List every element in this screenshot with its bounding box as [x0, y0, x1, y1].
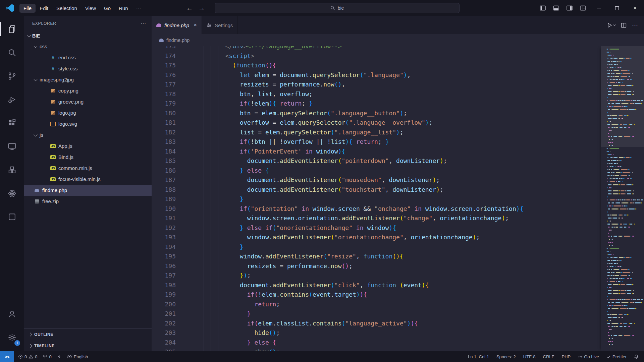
tree-item[interactable]: common.min.js	[24, 163, 152, 174]
tree-item[interactable]: logo.svg	[24, 118, 152, 129]
back-arrow-icon[interactable]: ←	[186, 4, 193, 12]
code-line[interactable]: 202 if(elem.classList.contains("language…	[152, 319, 644, 328]
accounts-icon[interactable]	[0, 302, 24, 326]
code-line[interactable]: 187 document.addEventListener("mousedown…	[152, 175, 644, 185]
encoding[interactable]: UTF-8	[523, 354, 536, 359]
forward-arrow-icon[interactable]: →	[198, 4, 205, 12]
code-line[interactable]: 198 document.addEventListener("click", f…	[152, 281, 644, 290]
code-line[interactable]: 184 if('PointerEvent' in window){	[152, 147, 644, 157]
menu-run[interactable]: Run	[115, 4, 132, 13]
cursor-position[interactable]: Ln 1, Col 1	[468, 354, 489, 359]
remote-explorer-icon[interactable]	[0, 135, 24, 158]
tree-item[interactable]: end.css	[24, 52, 152, 63]
tree-item[interactable]: js	[24, 129, 152, 140]
remote-indicator[interactable]: ><	[0, 351, 14, 362]
source-control-icon[interactable]	[0, 64, 24, 88]
prettier-status[interactable]: Prettier	[606, 354, 627, 359]
tree-item[interactable]: imagespng2jpg	[24, 74, 152, 85]
code-line[interactable]: 204 } else {	[152, 338, 644, 348]
code-line[interactable]: 205 show();	[152, 347, 644, 351]
tree-item[interactable]: logo.jpg	[24, 107, 152, 118]
search-sidebar-icon[interactable]	[0, 41, 24, 64]
toggle-sidebar-icon[interactable]	[536, 0, 549, 16]
menu-file[interactable]: File	[19, 4, 36, 13]
menu-more-icon[interactable]: ⋯	[132, 3, 145, 13]
code-line[interactable]: 194 }	[152, 242, 644, 252]
tree-item[interactable]: style.css	[24, 63, 152, 74]
code-line[interactable]: 182 list = elem.querySelector(".language…	[152, 128, 644, 137]
toggle-secondary-sidebar-icon[interactable]	[563, 0, 576, 16]
tree-item[interactable]: findme.php	[24, 185, 152, 196]
close-button[interactable]: ×	[626, 0, 644, 16]
code-line[interactable]: 195 window.addEventListener("resize", fu…	[152, 252, 644, 261]
tree-item[interactable]: Bind.js	[24, 152, 152, 163]
editor-more-actions-icon[interactable]: ⋯	[632, 21, 638, 29]
indentation[interactable]: Spaces: 2	[496, 354, 516, 359]
code-line[interactable]: 191 window.screen.orientation.addEventLi…	[152, 214, 644, 223]
maximize-button[interactable]	[608, 0, 626, 16]
tab-settings[interactable]: Settings	[202, 16, 238, 34]
breadcrumb[interactable]: findme.php	[152, 34, 644, 46]
code-line[interactable]: 190 if("orientation" in window.screen &&…	[152, 204, 644, 214]
code-line[interactable]: 199 if(!elem.contains(event.target)){	[152, 290, 644, 300]
menu-edit[interactable]: Edit	[36, 4, 52, 13]
code-line[interactable]: 174 <script>	[152, 51, 644, 61]
code-line[interactable]: 203 hide();	[152, 328, 644, 338]
code-line[interactable]: 180 btn = elem.querySelector(".language_…	[152, 109, 644, 118]
workspace-root-row[interactable]: BIE	[24, 31, 152, 41]
run-file-button[interactable]	[607, 22, 615, 28]
eol-sequence[interactable]: CRLF	[543, 354, 554, 359]
lightning-status[interactable]	[57, 355, 61, 359]
code-line[interactable]: 200 return;	[152, 300, 644, 309]
code-line[interactable]: 197 });	[152, 271, 644, 281]
code-line[interactable]: 176 let elem = document.querySelector(".…	[152, 70, 644, 80]
minimize-button[interactable]	[590, 0, 608, 16]
react-devtools-icon[interactable]	[0, 182, 24, 205]
menu-selection[interactable]: Selection	[52, 4, 81, 13]
code-line[interactable]: 173 </div><!--/language__overflow-->	[152, 46, 644, 51]
run-debug-icon[interactable]	[0, 88, 24, 111]
code-line[interactable]: 175 (function(){	[152, 61, 644, 70]
code-line[interactable]: 186 } else {	[152, 166, 644, 176]
extensions-icon[interactable]	[0, 111, 24, 135]
explorer-icon[interactable]	[0, 17, 24, 41]
customize-layout-icon[interactable]	[576, 0, 590, 16]
minimap[interactable]	[601, 46, 644, 351]
code-line[interactable]: 183 if(!btn || !overflow || !list){ retu…	[152, 137, 644, 147]
problems-status[interactable]: 0 0	[18, 354, 37, 359]
tree-item[interactable]: focus-visible.min.js	[24, 174, 152, 185]
toggle-panel-icon[interactable]	[549, 0, 563, 16]
explorer-actions-icon[interactable]: ⋯	[141, 20, 146, 27]
code-line[interactable]: 196 resizets = performance.now();	[152, 261, 644, 271]
code-line[interactable]: 193 window.addEventListener("orientation…	[152, 233, 644, 242]
tree-item[interactable]: free.zip	[24, 196, 152, 207]
code-line[interactable]: 181 overflow = elem.querySelector(".lang…	[152, 118, 644, 128]
code-line[interactable]: 185 document.addEventListener("pointerdo…	[152, 156, 644, 166]
spell-checker-status[interactable]: English	[67, 354, 88, 359]
tree-item[interactable]: css	[24, 41, 152, 52]
code-line[interactable]: 179 if(!elem){ return; }	[152, 99, 644, 109]
titlebar-search-input[interactable]: bie	[215, 3, 460, 13]
tree-item[interactable]: App.js	[24, 140, 152, 152]
tab-findme-php[interactable]: findme.php ×	[152, 16, 202, 34]
settings-gear-icon[interactable]: 1	[0, 326, 24, 349]
notifications-bell-icon[interactable]	[634, 354, 639, 359]
code-line[interactable]: 188 document.addEventListener("touchstar…	[152, 185, 644, 195]
code-line[interactable]: 178 btn, list, overflow;	[152, 89, 644, 99]
code-line[interactable]: 201 }	[152, 309, 644, 319]
code-editor[interactable]: 173 </div><!--/language__overflow--> 174…	[152, 46, 644, 351]
tree-item[interactable]: copy.png	[24, 85, 152, 96]
menu-go[interactable]: Go	[100, 4, 115, 13]
live-preview-icon[interactable]	[0, 205, 24, 229]
language-mode[interactable]: PHP	[562, 354, 571, 359]
tree-item[interactable]: groove.png	[24, 96, 152, 107]
timeline-section[interactable]: TIMELINE	[24, 340, 152, 351]
code-line[interactable]: 189 }	[152, 194, 644, 204]
split-editor-icon[interactable]	[621, 22, 627, 28]
code-line[interactable]: 192 } else if("onorientationchange" in w…	[152, 223, 644, 233]
code-line[interactable]: 177 resizets = performance.now(),	[152, 80, 644, 89]
containers-icon[interactable]	[0, 158, 24, 182]
go-live-button[interactable]: Go Live	[578, 354, 599, 359]
tab-close-icon[interactable]: ×	[194, 22, 197, 28]
menu-view[interactable]: View	[81, 4, 100, 13]
